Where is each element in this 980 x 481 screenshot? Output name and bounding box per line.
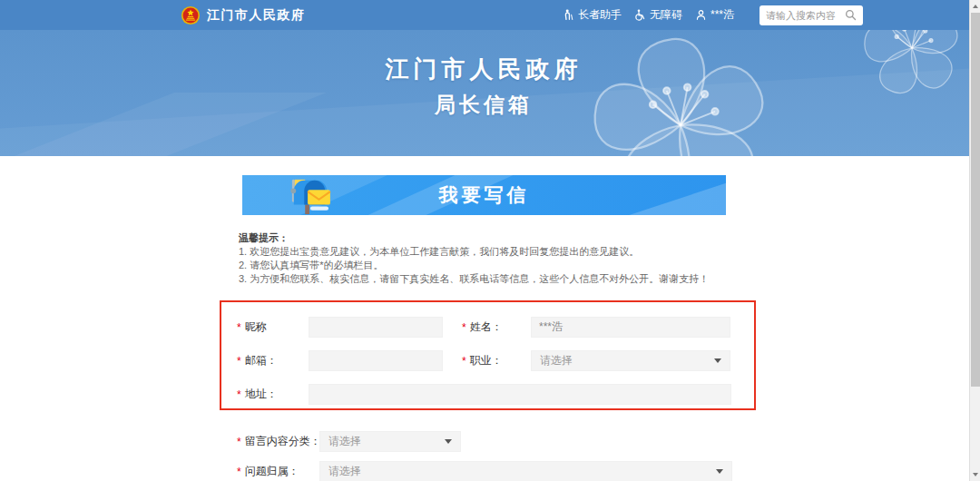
search-box[interactable] [760,5,863,25]
search-input[interactable] [766,10,841,21]
site-logo[interactable]: 江门市人民政府 [181,0,306,30]
attribution-label: * 问题归属： [237,461,299,481]
search-icon[interactable] [845,9,857,21]
attribution-value: 请选择 [328,464,361,479]
email-input[interactable] [309,350,443,371]
required-mark: * [237,388,241,401]
accessibility-link[interactable]: 无障碍 [634,7,682,23]
chevron-down-icon [716,469,723,474]
page: 江门市人民政府 长者助手 [0,0,980,481]
nickname-input[interactable] [309,317,443,338]
scroll-up-button[interactable] [970,0,980,13]
name-label: * 姓名： [462,317,503,338]
topbar: 江门市人民政府 长者助手 [0,0,980,30]
national-emblem-icon [181,5,201,25]
nickname-label: * 昵称 [237,317,267,338]
hero-title-line2: 局长信箱 [0,91,967,119]
tips-line-2: 2. 请您认真填写带*的必填栏目。 [239,259,747,272]
tips-block: 温馨提示： 1. 欢迎您提出宝贵意见建议，为本单位工作建言献策，我们将及时回复您… [239,231,747,286]
hero-title-line1: 江门市人民政府 [0,54,967,85]
elder-helper-link[interactable]: 长者助手 [563,7,622,23]
scroll-down-button[interactable] [970,468,980,481]
top-navigation: 长者助手 无障碍 ** [563,0,863,30]
required-mark: * [237,436,241,448]
address-input[interactable] [309,384,731,405]
required-mark: * [462,321,466,334]
required-mark: * [237,355,241,368]
required-mark: * [237,466,241,478]
category-select[interactable]: 请选择 [319,431,461,452]
scrollbar[interactable] [969,0,980,481]
required-mark: * [237,321,241,334]
accessibility-label: 无障碍 [650,7,682,23]
chevron-down-icon [714,358,721,363]
user-account-link[interactable]: ***浩 [695,7,734,23]
address-label: * 地址： [237,384,278,405]
tips-line-1: 1. 欢迎您提出宝贵意见建议，为本单位工作建言献策，我们将及时回复您提出的意见建… [239,245,747,259]
user-name-label: ***浩 [710,7,734,23]
elder-helper-label: 长者助手 [578,7,622,23]
name-input[interactable] [531,317,730,338]
chevron-down-icon [445,439,452,444]
tips-heading: 温馨提示： [239,231,747,245]
attribution-select[interactable]: 请选择 [319,461,732,481]
user-icon [695,9,707,21]
tips-line-3: 3. 为方便和您联系、核实信息，请留下真实姓名、联系电话等信息，这些个人信息不对… [239,272,747,286]
write-letter-banner: 我要写信 [242,175,726,215]
wheelchair-icon [634,9,646,21]
occupation-value: 请选择 [540,353,573,368]
email-label: * 邮箱： [237,350,278,371]
required-mark: * [462,355,466,368]
category-value: 请选择 [328,434,361,449]
site-name: 江门市人民政府 [207,7,306,24]
elder-icon [563,9,574,21]
hero-banner: 江门市人民政府 局长信箱 [0,30,980,156]
section-title: 我要写信 [242,175,726,215]
occupation-label: * 职业： [462,350,503,371]
scrollbar-thumb[interactable] [971,13,980,387]
occupation-select[interactable]: 请选择 [531,350,730,371]
category-label: * 留言内容分类： [237,431,321,452]
